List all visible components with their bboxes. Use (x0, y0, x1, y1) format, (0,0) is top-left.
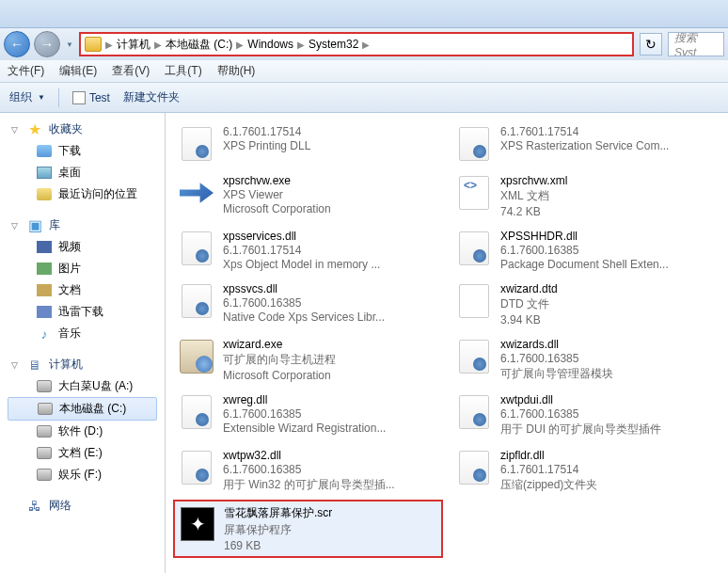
download-icon (37, 145, 52, 157)
sidebar-item-pictures[interactable]: 图片 (8, 258, 157, 279)
file-item[interactable]: 6.1.7601.17514XPS Rasterization Service … (451, 120, 720, 167)
file-item[interactable]: xpsrchvw.xmlXML 文档74.2 KB (451, 169, 720, 223)
file-item[interactable]: xwizards.dll6.1.7600.16385可扩展向导管理器模块 (451, 333, 720, 387)
sidebar-item-drive-c[interactable]: 本地磁盘 (C:) (8, 397, 157, 421)
back-button[interactable]: ← (4, 31, 30, 57)
file-item[interactable]: XPSSHHDR.dll6.1.7600.16385Package Docume… (451, 225, 720, 276)
sidebar-item-drive-d[interactable]: 软件 (D:) (8, 421, 157, 442)
organize-button[interactable]: 组织 ▼ (9, 89, 45, 105)
dll-file-icon (459, 127, 489, 161)
file-item[interactable]: ✦雪花飘落屏幕保护.scr屏幕保护程序169 KB (173, 500, 443, 558)
window-title-bar (0, 0, 728, 28)
menu-file[interactable]: 文件(F) (8, 63, 44, 79)
drive-icon (37, 469, 52, 481)
chevron-right-icon[interactable]: ▶ (295, 40, 307, 50)
menu-help[interactable]: 帮助(H) (217, 63, 256, 79)
drive-icon (37, 447, 52, 459)
file-item[interactable]: zipfldr.dll6.1.7601.17514压缩(zipped)文件夹 (451, 444, 720, 498)
computer-icon: 🖥 (26, 358, 43, 373)
nav-history-dropdown[interactable]: ▼ (64, 31, 75, 57)
sidebar-network[interactable]: 🖧 网络 (8, 495, 157, 517)
exe-file-icon (180, 176, 214, 210)
chevron-right-icon[interactable]: ▶ (234, 40, 245, 50)
document-icon (37, 284, 52, 296)
chevron-down-icon: ▽ (11, 360, 21, 370)
chevron-right-icon[interactable]: ▶ (103, 40, 115, 50)
search-input[interactable]: 搜索 Syst (668, 32, 724, 56)
file-name: zipfldr.dll (500, 449, 597, 462)
file-meta: 3.94 KB (500, 313, 558, 326)
test-button[interactable]: Test (72, 91, 110, 104)
sidebar-item-label: 图片 (58, 261, 81, 277)
file-pane[interactable]: 6.1.7601.17514XPS Printing DLL6.1.7601.1… (166, 113, 728, 573)
file-item[interactable]: xpssvcs.dll6.1.7600.16385Native Code Xps… (173, 278, 443, 331)
sidebar-item-xunlei[interactable]: 迅雷下载 (8, 301, 157, 323)
sidebar-label: 网络 (49, 498, 71, 514)
new-folder-button[interactable]: 新建文件夹 (123, 89, 180, 105)
sidebar-item-label: 音乐 (58, 326, 81, 342)
file-name: xwtpdui.dll (500, 393, 661, 406)
breadcrumb-item[interactable]: Windows (245, 38, 295, 51)
file-item[interactable]: xpsrchvw.exeXPS ViewerMicrosoft Corporat… (173, 169, 443, 223)
chevron-down-icon: ▽ (11, 221, 21, 231)
sidebar-item-videos[interactable]: 视频 (8, 236, 157, 258)
file-item[interactable]: xwtpdui.dll6.1.7600.16385用于 DUI 的可扩展向导类型… (451, 389, 720, 442)
file-item[interactable]: xwizard.dtdDTD 文件3.94 KB (451, 278, 720, 331)
file-meta: Microsoft Corporation (223, 369, 336, 382)
star-icon: ★ (26, 122, 43, 137)
file-name: xwizard.exe (223, 338, 336, 351)
sidebar-item-drive-f[interactable]: 娱乐 (F:) (8, 464, 157, 485)
nav-group-favorites: ▽ ★ 收藏夹 下载 桌面 最近访问的位置 (0, 119, 165, 205)
file-item[interactable]: xwtpw32.dll6.1.7600.16385用于 Win32 的可扩展向导… (173, 444, 443, 498)
sidebar-item-documents[interactable]: 文档 (8, 279, 157, 301)
file-name: xwizard.dtd (500, 282, 558, 295)
file-item[interactable]: 6.1.7601.17514XPS Printing DLL (173, 120, 443, 167)
sidebar-item-label: 娱乐 (F:) (58, 467, 102, 483)
file-name: xpssvcs.dll (223, 282, 385, 295)
dll-file-icon (182, 451, 212, 485)
menu-view[interactable]: 查看(V) (112, 63, 150, 79)
wizard-exe-icon (180, 340, 214, 374)
file-item[interactable]: xwizard.exe可扩展的向导主机进程Microsoft Corporati… (173, 333, 443, 387)
file-meta: Package Document Shell Exten... (500, 258, 669, 271)
file-meta: Extensible Wizard Registration... (223, 422, 386, 435)
sidebar-item-drive-e[interactable]: 文档 (E:) (8, 442, 157, 464)
chevron-right-icon[interactable]: ▶ (360, 40, 372, 50)
refresh-button[interactable]: ↻ (640, 33, 662, 56)
recent-icon (37, 188, 52, 200)
music-icon: ♪ (36, 326, 53, 342)
breadcrumb-item[interactable]: 计算机 (115, 37, 152, 53)
breadcrumb[interactable]: ▶ 计算机 ▶ 本地磁盘 (C:) ▶ Windows ▶ System32 ▶ (79, 32, 634, 56)
search-placeholder: 搜索 Syst (674, 32, 718, 56)
sidebar-item-drive-a[interactable]: 大白菜U盘 (A:) (8, 375, 157, 397)
chevron-down-icon: ▼ (38, 93, 45, 102)
menu-edit[interactable]: 编辑(E) (59, 63, 97, 79)
file-name: XPSSHHDR.dll (500, 230, 669, 243)
file-item[interactable]: xpsservices.dll6.1.7601.17514Xps Object … (173, 225, 443, 276)
file-item[interactable]: xwreg.dll6.1.7600.16385Extensible Wizard… (173, 389, 443, 442)
sidebar-label: 收藏夹 (49, 121, 83, 137)
breadcrumb-item[interactable]: System32 (307, 38, 360, 51)
drive-icon (38, 403, 53, 415)
test-label: Test (89, 91, 110, 104)
file-meta: 6.1.7600.16385 (500, 352, 613, 365)
desktop-icon (37, 167, 52, 179)
breadcrumb-item[interactable]: 本地磁盘 (C:) (164, 37, 234, 53)
file-meta: 6.1.7600.16385 (500, 244, 669, 257)
sidebar-item-downloads[interactable]: 下载 (8, 140, 157, 162)
sidebar-computer[interactable]: ▽ 🖥 计算机 (8, 354, 157, 375)
sidebar-libraries[interactable]: ▽ ▣ 库 (8, 215, 157, 236)
file-meta: Microsoft Corporation (223, 202, 331, 215)
sidebar-item-recent[interactable]: 最近访问的位置 (8, 183, 157, 205)
separator (58, 88, 59, 107)
file-meta: 压缩(zipped)文件夹 (500, 477, 597, 493)
file-meta: 用于 DUI 的可扩展向导类型插件 (500, 422, 661, 438)
sidebar-favorites[interactable]: ▽ ★ 收藏夹 (8, 119, 157, 140)
forward-button[interactable]: → (34, 31, 60, 57)
file-meta: XML 文档 (500, 188, 567, 204)
chevron-right-icon[interactable]: ▶ (152, 40, 164, 50)
menu-tools[interactable]: 工具(T) (165, 63, 201, 79)
file-meta: XPS Rasterization Service Com... (500, 139, 669, 152)
sidebar-item-desktop[interactable]: 桌面 (8, 162, 157, 183)
sidebar-item-music[interactable]: ♪ 音乐 (8, 323, 157, 344)
